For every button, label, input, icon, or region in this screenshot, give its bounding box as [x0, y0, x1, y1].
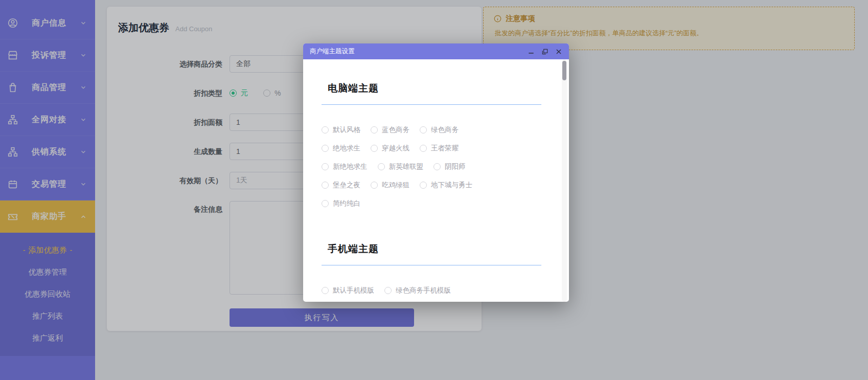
maximize-icon[interactable] [541, 48, 549, 55]
mobile-theme-section: 手机端主题 默认手机模版 绿色商务手机模版 简约风格手机模版 [322, 218, 541, 302]
modal-titlebar[interactable]: 商户端主题设置 [303, 43, 569, 59]
radio-unselected-icon [378, 163, 385, 170]
pc-theme-options: 默认风格 蓝色商务 绿色商务 绝地求生 穿越火线 王者荣耀 新绝地求生 新英雄联… [322, 126, 541, 207]
section-divider [322, 104, 541, 105]
theme-option-mobile-green[interactable]: 绿色商务手机模版 [384, 286, 451, 295]
radio-unselected-icon [322, 182, 329, 189]
theme-option-fortnite[interactable]: 堡垒之夜 [322, 181, 360, 190]
modal-body: 电脑端主题 默认风格 蓝色商务 绿色商务 绝地求生 穿越火线 王者荣耀 新绝地求… [303, 59, 569, 302]
theme-option-dnf[interactable]: 地下城与勇士 [420, 181, 472, 190]
radio-unselected-icon [371, 126, 378, 133]
theme-option-row: 新绝地求生 新英雄联盟 阴阳师 [322, 163, 541, 170]
theme-option-default[interactable]: 默认风格 [322, 125, 360, 135]
section-divider [322, 265, 541, 265]
radio-unselected-icon [371, 145, 378, 152]
pc-theme-section: 电脑端主题 默认风格 蓝色商务 绿色商务 绝地求生 穿越火线 王者荣耀 新绝地求… [322, 59, 541, 207]
radio-unselected-icon [420, 126, 427, 133]
theme-option-kings[interactable]: 王者荣耀 [420, 144, 459, 153]
close-icon[interactable] [555, 48, 562, 55]
theme-option-row: 默认风格 蓝色商务 绿色商务 [322, 126, 541, 133]
theme-option-crossfire[interactable]: 穿越火线 [371, 144, 409, 153]
radio-unselected-icon [420, 182, 427, 189]
window-controls [528, 48, 562, 55]
mobile-theme-options: 默认手机模版 绿色商务手机模版 简约风格手机模版 [322, 286, 541, 302]
modal-title: 商户端主题设置 [310, 47, 355, 56]
section-heading: 电脑端主题 [322, 82, 541, 95]
theme-option-row: 绝地求生 穿越火线 王者荣耀 [322, 144, 541, 152]
theme-option-new-lol[interactable]: 新英雄联盟 [378, 162, 424, 171]
theme-option-pubg[interactable]: 绝地求生 [322, 144, 360, 153]
radio-unselected-icon [433, 163, 441, 170]
radio-unselected-icon [322, 126, 329, 133]
radio-unselected-icon [384, 287, 392, 294]
theme-option-onmyoji[interactable]: 阴阳师 [433, 162, 466, 171]
radio-unselected-icon [322, 287, 329, 294]
app-window: 商户信息 投诉管理 商品管理 [0, 0, 868, 380]
radio-unselected-icon [322, 145, 329, 152]
radio-unselected-icon [420, 145, 427, 152]
theme-option-new-pubg[interactable]: 新绝地求生 [322, 162, 368, 171]
theme-option-chicken[interactable]: 吃鸡绿狙 [371, 181, 409, 190]
theme-option-simple-white[interactable]: 简约纯白 [322, 199, 360, 208]
radio-unselected-icon [371, 182, 378, 189]
theme-settings-modal: 商户端主题设置 电脑端主题 默认风格 [303, 43, 569, 302]
theme-option-mobile-default[interactable]: 默认手机模版 [322, 286, 374, 295]
theme-option-row: 简约纯白 [322, 199, 541, 207]
section-heading: 手机端主题 [322, 242, 541, 256]
minimize-icon[interactable] [528, 48, 535, 55]
theme-option-row: 堡垒之夜 吃鸡绿狙 地下城与勇士 [322, 181, 541, 189]
modal-scrollbar[interactable] [562, 59, 567, 302]
radio-unselected-icon [322, 163, 329, 170]
theme-option-blue-business[interactable]: 蓝色商务 [371, 125, 409, 135]
radio-unselected-icon [322, 200, 329, 207]
theme-option-green-business[interactable]: 绿色商务 [420, 125, 459, 135]
theme-option-row: 默认手机模版 绿色商务手机模版 [322, 286, 541, 294]
scrollbar-thumb[interactable] [562, 61, 566, 80]
